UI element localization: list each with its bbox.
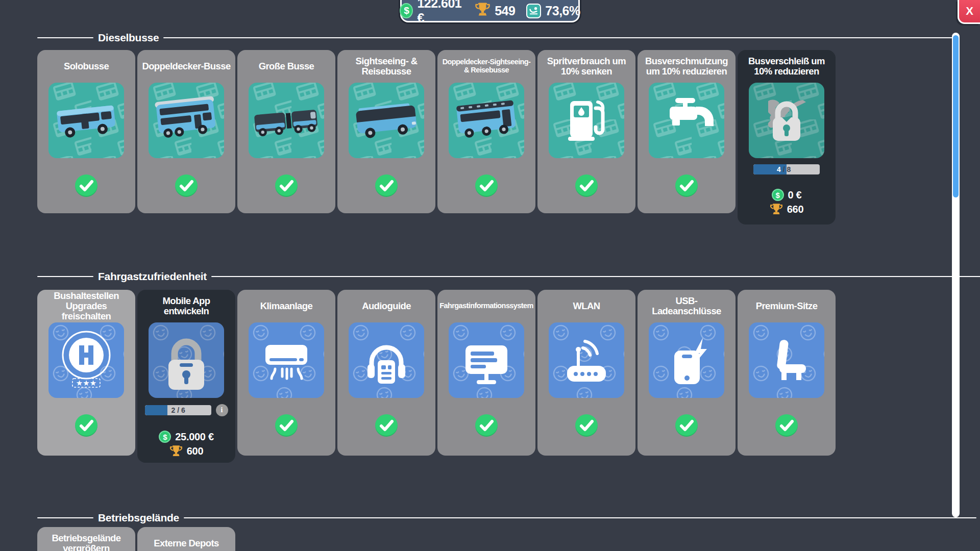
headphones-glyph (349, 322, 424, 398)
card-title: Mobile App entwickeln (137, 290, 235, 320)
owned-check-icon (275, 174, 298, 197)
section-title: Fahrgastzufriedenheit (98, 270, 207, 283)
trophy-cost: 600 (169, 444, 203, 458)
card-busverschleiß-um-10-reduzieren[interactable]: Busverschleiß um 10% reduzieren 4 / 8 $0… (738, 50, 836, 224)
wrench-lock-glyph (749, 83, 824, 158)
card-row-fahrgastzufriedenheit: Bushaltestellen Upgrades freischalten ★★… (37, 290, 836, 463)
card-usb-ladeanschlüsse[interactable]: USB-Ladeanschlüsse (638, 290, 736, 456)
bus-opentop-icon (449, 83, 524, 158)
card-title: Premium-Sitze (738, 290, 836, 320)
card-title: Doppeldecker-Sightseeing- & Reisebusse (437, 50, 535, 81)
bus-articulated-icon (249, 83, 324, 158)
card-solobusse[interactable]: Solobusse (37, 50, 135, 213)
money-cost: $25.000 € (159, 431, 213, 443)
bus-solo-glyph (48, 83, 124, 158)
owned-check-icon (275, 414, 298, 437)
air-conditioner-icon (249, 322, 324, 398)
lock-glyph (149, 322, 224, 398)
card-große-busse[interactable]: Große Busse (237, 50, 335, 213)
faucet-icon (649, 83, 724, 158)
owned-check-icon (675, 174, 698, 197)
card-title: Bushaltestellen Upgrades freischalten (37, 290, 135, 320)
air-conditioner-glyph (249, 322, 324, 398)
owned-check-icon (675, 414, 698, 437)
usb-charging-icon (649, 322, 724, 398)
section-header-betriebsgelände: Betriebsgelände (37, 511, 976, 524)
close-button[interactable]: X (958, 0, 980, 24)
card-externe-depots[interactable]: Externe Depots (137, 527, 235, 551)
progress-label: 2 / 6 (172, 405, 185, 415)
owned-check-icon (775, 414, 798, 437)
card-row-betriebsgelände: Betriebsgelände vergrößernExterne Depots (37, 527, 235, 551)
owned-check-icon (375, 174, 398, 197)
trophy-value: 549 (495, 4, 515, 18)
progress-fill (145, 405, 167, 415)
card-title: Spritverbrauch um 10% senken (537, 50, 635, 81)
header-line-right (184, 517, 976, 518)
card-row-dieselbusse: Solobusse Doppeldecker-Busse Große Busse (37, 50, 836, 224)
section-header-fahrgastzufriedenheit: Fahrgastzufriedenheit (37, 270, 980, 283)
scrollbar-thumb[interactable] (953, 35, 959, 197)
bus-stop-upgrade-icon: ★★★ (48, 322, 124, 398)
bus-coach-glyph (349, 83, 424, 158)
card-klimaanlage[interactable]: Klimaanlage (237, 290, 335, 456)
card-title: Audioguide (337, 290, 435, 320)
card-sightseeing-reisebusse[interactable]: Sightseeing- & Reisebusse (337, 50, 435, 213)
card-title: Fahrgastinformationssystem (437, 290, 535, 320)
scrollbar[interactable] (952, 33, 960, 517)
card-wlan[interactable]: WLAN (537, 290, 635, 456)
lock-icon (149, 322, 224, 398)
card-fahrgastinformationssystem[interactable]: Fahrgastinformationssystem (437, 290, 535, 456)
card-betriebsgelände-vergrößern[interactable]: Betriebsgelände vergrößern (37, 527, 135, 551)
info-display-icon (449, 322, 524, 398)
owned-check-icon (175, 174, 198, 197)
trophy-cost: 660 (770, 203, 803, 216)
info-button[interactable]: i (216, 404, 228, 416)
wrench-lock-icon (749, 83, 824, 158)
header-line-left (37, 37, 93, 38)
owned-check-icon (575, 174, 598, 197)
premium-seat-icon (749, 322, 824, 398)
progress-row: 4 / 8 (753, 164, 820, 174)
usb-charging-glyph (649, 322, 724, 398)
card-title: Klimaanlage (237, 290, 335, 320)
card-spritverbrauch-um-10-senken[interactable]: Spritverbrauch um 10% senken (537, 50, 635, 213)
trophy-icon (770, 203, 783, 216)
resources-bar: $ 122.601 € 549 73,6% (400, 0, 580, 22)
header-line-left (37, 517, 93, 518)
owned-check-icon (75, 414, 97, 437)
money-value: 122.601 € (417, 0, 463, 26)
info-display-glyph (449, 322, 524, 398)
bus-articulated-glyph (249, 83, 324, 158)
money-icon: $ (772, 189, 784, 201)
progress-bar: 4 / 8 (753, 164, 820, 174)
header-line-left (37, 276, 93, 277)
card-busverschmutzung-um-10-reduzieren[interactable]: Busverschmutzung um 10% reduzieren (638, 50, 736, 213)
card-bushaltestellen-upgrades-freischalten[interactable]: Bushaltestellen Upgrades freischalten ★★… (37, 290, 135, 456)
satisfaction-group: 73,6% (526, 4, 580, 18)
money-group: $ 122.601 € (400, 0, 463, 26)
bus-doubledecker-icon (149, 83, 224, 158)
trophy-group: 549 (475, 2, 515, 20)
fuel-pump-icon (549, 83, 624, 158)
bus-coach-icon (349, 83, 424, 158)
card-premium-sitze[interactable]: Premium-Sitze (738, 290, 836, 456)
card-title: Betriebsgelände vergrößern (37, 527, 135, 551)
close-label: X (966, 5, 973, 18)
bus-opentop-glyph (449, 83, 524, 158)
card-title: Doppeldecker-Busse (137, 50, 235, 81)
cost-block: $25.000 € 600 (159, 431, 213, 458)
money-cost: $0 € (772, 189, 802, 201)
bus-stop-upgrade-glyph: ★★★ (48, 322, 124, 398)
card-mobile-app-entwickeln[interactable]: Mobile App entwickeln 2 / 6 i $25.000 € (137, 290, 235, 463)
satisfaction-icon (526, 4, 541, 18)
card-doppeldecker-busse[interactable]: Doppeldecker-Busse (137, 50, 235, 213)
card-title: Busverschleiß um 10% reduzieren (738, 50, 836, 81)
card-doppeldecker-sightseeing-reisebusse[interactable]: Doppeldecker-Sightseeing- & Reisebusse (437, 50, 535, 213)
faucet-glyph (649, 83, 724, 158)
card-audioguide[interactable]: Audioguide (337, 290, 435, 456)
card-title: Sightseeing- & Reisebusse (337, 50, 435, 81)
card-title: USB-Ladeanschlüsse (638, 290, 736, 320)
progress-label: 4 / 8 (777, 164, 791, 174)
money-icon: $ (400, 3, 413, 18)
